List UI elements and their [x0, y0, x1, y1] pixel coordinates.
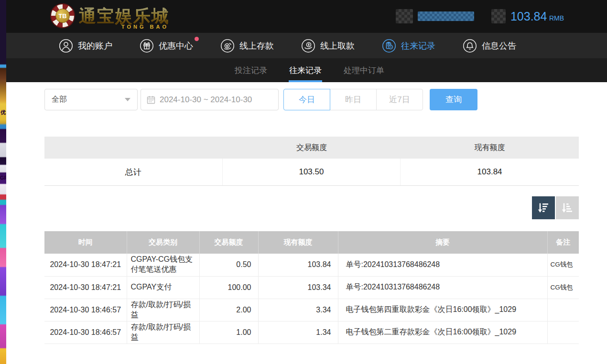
nav-label: 往来记录	[401, 40, 435, 52]
tab-label: 往来记录	[289, 65, 322, 76]
sort-ascending-icon	[560, 201, 574, 215]
background-artwork-strip: 优 GR	[0, 0, 6, 364]
bell-icon	[463, 39, 477, 53]
quick-last7days-button[interactable]: 近7日	[376, 89, 423, 110]
tab-betting-records[interactable]: 投注记录	[234, 58, 268, 82]
cell-balance: 1.34	[258, 321, 338, 343]
summary-total-row: 总计 103.50 103.84	[44, 159, 579, 185]
nav-item-my-account[interactable]: 我的账户	[59, 39, 112, 53]
cell-balance: 103.84	[258, 254, 338, 276]
site-logo[interactable]: TB 通宝娱乐城 TONG BAO	[50, 3, 170, 28]
logo-chip-text: TB	[55, 9, 70, 23]
table-row: 2024-10-30 18:47:21 CGPAY-CG钱包支付笔笔送优惠 0.…	[44, 254, 579, 276]
nav-item-online-withdraw[interactable]: 线上取款	[301, 39, 355, 53]
date-range-value: 2024-10-30 ~ 2024-10-30	[160, 95, 252, 105]
table-row: 2024-10-30 18:46:57 存款/取款/打码/损益 2.00 3.3…	[44, 299, 579, 321]
logo-subtitle: TONG BAO	[121, 24, 169, 30]
cell-summary: 电子钱包第四重取款彩金《次日16:00领取》_1029	[338, 299, 547, 321]
nav-item-transaction-records[interactable]: 往来记录	[382, 39, 435, 53]
table-row: 2024-10-30 18:46:57 存款/取款/打码/损益 1.00 1.3…	[44, 321, 579, 343]
cell-balance: 103.34	[258, 276, 338, 299]
tab-pending-orders[interactable]: 处理中订单	[343, 58, 385, 82]
date-range-input[interactable]: 2024-10-30 ~ 2024-10-30	[141, 89, 279, 110]
quick-label: 近7日	[389, 94, 410, 105]
logo-chip-icon: TB	[50, 3, 75, 28]
quick-yesterday-button[interactable]: 昨日	[330, 89, 377, 110]
summary-header-current-amount: 现有额度	[401, 143, 579, 153]
balance-currency: RMB	[549, 14, 564, 22]
cell-summary: 单号:202410313768486248	[338, 276, 547, 299]
column-header-balance: 现有额度	[258, 231, 338, 254]
masked-wallet-icon	[491, 9, 506, 23]
summary-current-amount: 103.84	[401, 159, 579, 185]
records-header-row: 时间 交易类别 交易额度 现有额度 摘要 备注	[44, 231, 579, 254]
nav-item-promotions[interactable]: 优惠中心	[140, 39, 193, 53]
column-header-amount: 交易额度	[199, 231, 258, 254]
type-select-value: 全部	[52, 95, 67, 105]
sort-controls	[44, 196, 579, 219]
balance-amount: 103.84	[510, 10, 547, 23]
summary-header-row: 交易额度 现有额度	[44, 137, 579, 159]
masked-user-avatar	[396, 9, 413, 23]
logo-text: 通宝娱乐城 TONG BAO	[79, 6, 170, 25]
transaction-records-page: 优 GR TB 通宝娱乐城 TONG BAO 103.84 RMB	[0, 0, 607, 364]
summary-table: 交易额度 现有额度 总计 103.50 103.84	[44, 137, 579, 186]
cell-remark: CG钱包	[547, 276, 579, 299]
records-icon	[382, 39, 396, 53]
site-header: TB 通宝娱乐城 TONG BAO 103.84 RMB	[6, 0, 607, 32]
masked-username	[418, 11, 474, 21]
cell-remark	[547, 321, 579, 343]
cell-amount: 100.00	[199, 276, 258, 299]
cell-remark	[547, 299, 579, 321]
sort-ascending-button[interactable]	[556, 196, 579, 219]
cell-type: CGPAY-CG钱包支付笔笔送优惠	[127, 254, 199, 276]
quick-today-button[interactable]: 今日	[283, 89, 330, 110]
tab-label: 处理中订单	[344, 65, 384, 76]
summary-header-trade-amount: 交易额度	[223, 143, 401, 153]
cell-type: CGPAY支付	[127, 276, 199, 299]
tab-transaction-records[interactable]: 往来记录	[288, 58, 323, 82]
cell-amount: 2.00	[199, 299, 258, 321]
column-header-time: 时间	[44, 231, 127, 254]
calendar-icon	[147, 96, 155, 104]
search-button[interactable]: 查询	[430, 89, 477, 110]
main-nav: 我的账户 优惠中心	[6, 32, 607, 58]
withdraw-icon	[301, 39, 315, 53]
column-header-remark: 备注	[547, 231, 579, 254]
cell-type: 存款/取款/打码/损益	[127, 321, 199, 343]
sort-descending-button[interactable]	[532, 196, 555, 219]
quick-date-group: 今日 昨日 近7日	[283, 89, 423, 110]
quick-label: 今日	[299, 94, 315, 105]
nav-label: 信息公告	[482, 40, 516, 52]
summary-total-label: 总计	[44, 159, 223, 185]
nav-item-announcements[interactable]: 信息公告	[463, 39, 516, 53]
type-select[interactable]: 全部	[44, 89, 138, 110]
balance-display[interactable]: 103.84 RMB	[510, 10, 564, 23]
cell-time: 2024-10-30 18:47:21	[44, 254, 127, 276]
background-fragment: 优	[0, 109, 6, 116]
cell-remark: CG钱包	[547, 254, 579, 276]
nav-label: 我的账户	[78, 40, 112, 52]
gift-icon	[140, 39, 154, 53]
cell-amount: 1.00	[199, 321, 258, 343]
records-table: 时间 交易类别 交易额度 现有额度 摘要 备注 2024-10-30 18:47…	[44, 231, 579, 344]
user-area: 103.84 RMB	[396, 0, 564, 32]
records-content: 全部 2024-10-30 ~ 2024-10-30 今日	[6, 82, 607, 364]
user-icon	[59, 39, 73, 53]
notification-dot	[195, 37, 199, 41]
records-tab-bar: 投注记录 往来记录 处理中订单	[6, 58, 607, 82]
column-header-type: 交易类别	[127, 231, 199, 254]
cell-time: 2024-10-30 18:46:57	[44, 299, 127, 321]
chevron-down-icon	[125, 98, 130, 101]
logo-title: 通宝娱乐城	[79, 6, 170, 25]
quick-label: 昨日	[345, 94, 361, 105]
background-fragment: GR	[0, 175, 6, 181]
filter-row: 全部 2024-10-30 ~ 2024-10-30 今日	[44, 89, 607, 110]
tab-label: 投注记录	[235, 65, 267, 76]
deposit-icon	[220, 39, 235, 53]
table-row: 2024-10-30 18:47:21 CGPAY支付 100.00 103.3…	[44, 276, 579, 299]
column-header-summary: 摘要	[338, 231, 547, 254]
nav-item-online-deposit[interactable]: 线上存款	[220, 39, 274, 53]
cell-balance: 3.34	[258, 299, 338, 321]
cell-summary: 电子钱包第二重存款彩金《次日16:00领取》_1029	[338, 321, 547, 343]
